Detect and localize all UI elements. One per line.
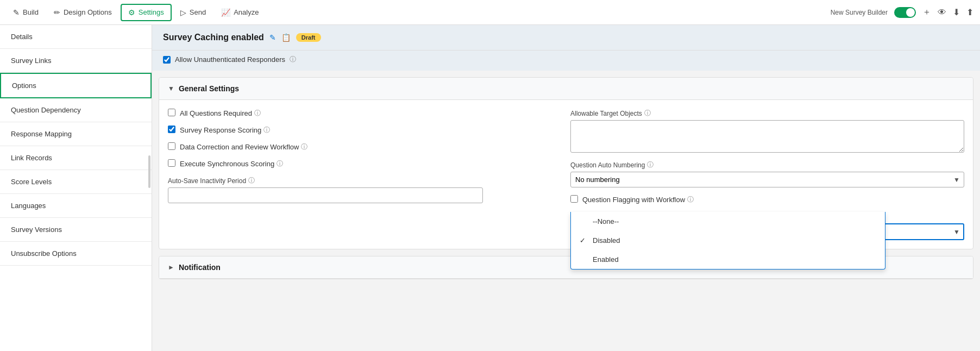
add-button[interactable]: ＋ [922,7,931,18]
data-correction-label: Data Correction and Review Workflow ⓘ [180,142,307,152]
sidebar-item-response-mapping[interactable]: Response Mapping [0,122,152,146]
notification-title: Notification [179,263,221,272]
sidebar-item-survey-links[interactable]: Survey Links [0,49,152,73]
survey-response-scoring-label: Survey Response Scoring ⓘ [180,126,270,135]
copy-icon[interactable]: 📋 [281,33,291,42]
send-icon: ▷ [180,8,186,17]
dropdown-option-none-check [580,217,588,225]
execute-synchronous-scoring-row: Execute Synchronous Scoring ⓘ [168,159,562,168]
dropdown-option-enabled-check [580,255,588,264]
settings-icon: ⚙ [128,8,135,17]
allowable-target-objects-group: Allowable Target Objects ⓘ [570,109,964,153]
auto-save-inactivity-label: Auto-Save Inactivity Period ⓘ [168,176,562,185]
main-content: Survey Caching enabled ✎ 📋 Draft Allow U… [152,25,980,351]
dropdown-option-disabled[interactable]: ✓ Disabled [571,231,885,250]
auto-save-inactivity-info-icon[interactable]: ⓘ [248,176,255,185]
nav-right-actions: New Survey Builder ＋ 👁 ⬇ ⬆ [831,7,973,18]
question-auto-numbering-info-icon[interactable]: ⓘ [647,160,654,170]
sidebar-item-unsubscribe-options[interactable]: Unsubscribe Options [0,242,152,266]
sidebar-item-score-levels[interactable]: Score Levels [0,170,152,194]
all-questions-required-row: All Questions Required ⓘ [168,109,562,118]
question-flagging-label: Question Flagging with Workflow ⓘ [582,195,694,204]
sidebar-item-survey-versions[interactable]: Survey Versions [0,218,152,242]
sidebar: Details Survey Links Options Question De… [0,25,152,351]
dropdown-option-disabled-check: ✓ [580,236,588,245]
dropdown-option-enabled[interactable]: Enabled [571,250,885,269]
execute-synchronous-scoring-info-icon[interactable]: ⓘ [277,159,283,168]
download-button[interactable]: ⬇ [953,7,960,17]
top-nav: ✎ Build ✏ Design Options ⚙ Settings ▷ Se… [0,0,980,25]
sidebar-item-question-dependency[interactable]: Question Dependency [0,98,152,122]
edit-icon[interactable]: ✎ [269,33,276,42]
execute-synchronous-scoring-checkbox[interactable] [168,159,175,167]
data-correction-checkbox[interactable] [168,142,175,150]
sidebar-item-options[interactable]: Options [0,73,152,98]
general-settings-section: ▼ General Settings All Questions Require… [159,77,973,249]
nav-analyze[interactable]: 📈 Analyze [215,5,265,20]
sidebar-item-link-records[interactable]: Link Records [0,146,152,170]
all-questions-required-label: All Questions Required ⓘ [180,109,261,118]
general-settings-chevron: ▼ [168,85,174,92]
dropdown-option-enabled-label: Enabled [593,255,619,264]
scroll-indicator [148,155,150,188]
analyze-icon: 📈 [221,8,230,17]
survey-caching-group: Survey Caching ⓘ --None-- Disabled Enabl… [570,212,964,240]
sidebar-item-languages[interactable]: Languages [0,194,152,218]
survey-title: Survey Caching enabled [163,33,264,42]
general-settings-header[interactable]: ▼ General Settings [159,78,973,100]
all-questions-required-checkbox[interactable] [168,109,175,116]
question-flagging-checkbox[interactable] [570,195,578,203]
nav-buttons: ✎ Build ✏ Design Options ⚙ Settings ▷ Se… [7,4,265,21]
preview-button[interactable]: 👁 [938,8,946,17]
notification-chevron: ► [168,264,174,271]
survey-response-scoring-checkbox[interactable] [168,126,175,133]
sidebar-item-details[interactable]: Details [0,25,152,49]
survey-caching-dropdown: --None-- ✓ Disabled Enabled [570,212,885,269]
execute-synchronous-scoring-label: Execute Synchronous Scoring ⓘ [180,159,283,168]
allowable-target-objects-label: Allowable Target Objects ⓘ [570,109,964,118]
allow-unauthenticated-checkbox[interactable] [163,56,171,64]
question-flagging-info-icon[interactable]: ⓘ [687,195,694,204]
general-settings-grid: All Questions Required ⓘ Survey Response… [168,109,964,240]
question-auto-numbering-label: Question Auto Numbering ⓘ [570,160,964,170]
design-icon: ✏ [54,8,60,17]
nav-send[interactable]: ▷ Send [174,5,212,20]
all-questions-required-info-icon[interactable]: ⓘ [254,109,261,118]
question-auto-numbering-select[interactable]: No numbering 1, 2, 3... A, B, C... a, b,… [570,172,964,187]
nav-build[interactable]: ✎ Build [7,5,45,20]
survey-header: Survey Caching enabled ✎ 📋 Draft [152,25,980,51]
survey-response-scoring-info-icon[interactable]: ⓘ [263,126,270,135]
question-auto-numbering-group: Question Auto Numbering ⓘ No numbering 1… [570,160,964,187]
share-button[interactable]: ⬆ [966,7,973,17]
question-flagging-row: Question Flagging with Workflow ⓘ [570,195,964,204]
nav-settings[interactable]: ⚙ Settings [121,4,172,21]
auto-save-inactivity-input[interactable] [168,187,483,203]
main-layout: Details Survey Links Options Question De… [0,25,980,351]
dropdown-option-none[interactable]: --None-- [571,212,885,231]
allowable-target-objects-info-icon[interactable]: ⓘ [644,109,651,118]
new-survey-builder-label: New Survey Builder [831,9,888,16]
nav-design-options[interactable]: ✏ Design Options [47,5,118,20]
data-correction-info-icon[interactable]: ⓘ [301,142,307,152]
allow-unauthenticated-row: Allow Unauthenticated Responders ⓘ [152,51,980,71]
general-settings-title: General Settings [179,84,239,93]
data-correction-row: Data Correction and Review Workflow ⓘ [168,142,562,152]
general-settings-left-col: All Questions Required ⓘ Survey Response… [168,109,562,240]
allow-unauthenticated-info-icon[interactable]: ⓘ [290,55,296,64]
general-settings-body: All Questions Required ⓘ Survey Response… [159,100,973,249]
build-icon: ✎ [13,8,20,17]
allow-unauthenticated-label: Allow Unauthenticated Responders [175,55,285,64]
new-survey-builder-toggle[interactable] [894,7,916,18]
draft-badge: Draft [296,33,321,42]
general-settings-right-col: Allowable Target Objects ⓘ Question Auto… [570,109,964,240]
dropdown-option-none-label: --None-- [593,217,619,225]
question-auto-numbering-select-wrap: No numbering 1, 2, 3... A, B, C... a, b,… [570,172,964,187]
dropdown-option-disabled-label: Disabled [593,236,620,245]
allowable-target-objects-textarea[interactable] [570,120,964,153]
survey-response-scoring-row: Survey Response Scoring ⓘ [168,126,562,135]
auto-save-inactivity-group: Auto-Save Inactivity Period ⓘ [168,176,562,203]
